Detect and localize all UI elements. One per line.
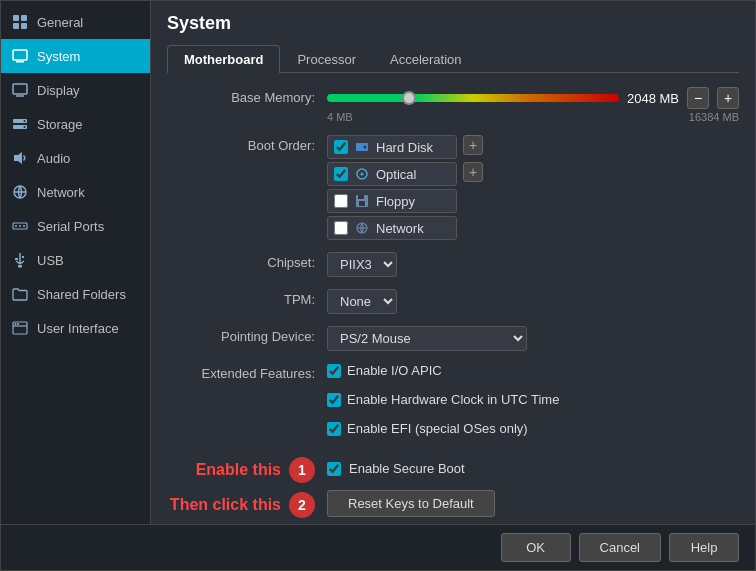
svg-point-10 [24,120,26,122]
svg-rect-1 [21,15,27,21]
sidebar-item-usb[interactable]: USB [1,243,150,277]
feature-hwclock-label: Enable Hardware Clock in UTC Time [347,392,559,407]
sidebar-item-network-label: Network [37,185,85,200]
sidebar-item-general-label: General [37,15,83,30]
sidebar-item-user-interface[interactable]: User Interface [1,311,150,345]
chipset-row: Chipset: PIIX3 ICH9 [167,252,739,277]
cancel-button[interactable]: Cancel [579,533,661,562]
svg-point-24 [15,323,17,325]
tpm-row: TPM: None v1.2 v2.0 [167,289,739,314]
sidebar-item-shared-folders[interactable]: Shared Folders [1,277,150,311]
chipset-control: PIIX3 ICH9 [327,252,739,277]
boot-item-floppy: Floppy [327,189,457,213]
tpm-control: None v1.2 v2.0 [327,289,739,314]
svg-rect-20 [15,258,18,260]
svg-rect-3 [21,23,27,29]
memory-slider-container: 2048 MB − + 4 MB 16384 MB [327,87,739,123]
tab-acceleration[interactable]: Acceleration [373,45,479,73]
memory-increase-button[interactable]: + [717,87,739,109]
tab-processor[interactable]: Processor [280,45,373,73]
sidebar-item-general[interactable]: General [1,5,150,39]
tab-bar: Motherboard Processor Acceleration [167,44,739,73]
sidebar-item-display-label: Display [37,83,80,98]
svg-rect-6 [13,84,27,94]
memory-decrease-button[interactable]: − [687,87,709,109]
boot-checkbox-harddisk[interactable] [334,140,348,154]
svg-rect-32 [359,201,365,206]
feature-ioapic-checkbox[interactable] [327,364,341,378]
extended-features-row: Extended Features: Enable I/O APIC Enabl… [167,363,739,442]
svg-point-11 [24,126,26,128]
sidebar-item-network[interactable]: Network [1,175,150,209]
storage-icon [11,115,29,133]
memory-slider-thumb[interactable] [402,91,416,105]
display-icon [11,81,29,99]
chipset-label: Chipset: [167,252,327,270]
svg-point-16 [15,225,17,227]
bottom-bar: OK Cancel Help [1,524,755,570]
annotation-badge-1: 1 [289,457,315,483]
pointing-device-select[interactable]: PS/2 Mouse USB Tablet USB Multi-Touch Ta… [327,326,527,351]
feature-ioapic-row: Enable I/O APIC [327,363,442,378]
reset-keys-button[interactable]: Reset Keys to Default [327,490,495,517]
boot-label-harddisk: Hard Disk [376,140,433,155]
memory-value: 2048 MB [627,91,679,106]
general-icon [11,13,29,31]
svg-rect-19 [18,265,22,268]
sidebar: General System Display Storage [1,1,151,524]
chipset-select[interactable]: PIIX3 ICH9 [327,252,397,277]
sidebar-item-serial-ports[interactable]: Serial Ports [1,209,150,243]
memory-min-label: 4 MB [327,111,353,123]
sidebar-item-storage[interactable]: Storage [1,107,150,141]
tab-motherboard[interactable]: Motherboard [167,45,280,73]
svg-rect-5 [16,61,24,63]
secure-boot-control: Enable Secure Boot [327,461,739,476]
sidebar-item-system[interactable]: System [1,39,150,73]
boot-label-floppy: Floppy [376,194,415,209]
boot-add-harddisk[interactable]: + [463,135,483,155]
secure-boot-checkbox[interactable] [327,462,341,476]
feature-hwclock-row: Enable Hardware Clock in UTC Time [327,392,559,407]
sidebar-item-usb-label: USB [37,253,64,268]
tpm-select[interactable]: None v1.2 v2.0 [327,289,397,314]
svg-point-18 [23,225,25,227]
annotation-enable-text: Enable this [196,461,281,479]
boot-checkbox-network[interactable] [334,221,348,235]
svg-point-29 [361,173,364,176]
feature-efi-row: Enable EFI (special OSes only) [327,421,528,436]
tpm-label: TPM: [167,289,327,307]
reset-keys-row: Then click this 2 Reset Keys to Default [167,489,739,518]
boot-checkbox-floppy[interactable] [334,194,348,208]
boot-order-row: Boot Order: Hard Disk + [167,135,739,240]
sidebar-item-storage-label: Storage [37,117,83,132]
audio-icon [11,149,29,167]
svg-marker-12 [14,152,22,164]
feature-hwclock-checkbox[interactable] [327,393,341,407]
sidebar-item-audio[interactable]: Audio [1,141,150,175]
help-button[interactable]: Help [669,533,739,562]
svg-rect-21 [22,256,24,258]
pointing-device-label: Pointing Device: [167,326,327,344]
boot-order-label: Boot Order: [167,135,327,153]
svg-rect-4 [13,50,27,60]
memory-slider-track[interactable] [327,94,619,102]
base-memory-control: 2048 MB − + 4 MB 16384 MB [327,87,739,123]
sidebar-item-serial-ports-label: Serial Ports [37,219,104,234]
extended-features-label: Extended Features: [167,363,327,381]
reset-keys-annotation-label: Then click this 2 [167,489,327,518]
feature-efi-checkbox[interactable] [327,422,341,436]
svg-rect-2 [13,23,19,29]
ok-button[interactable]: OK [501,533,571,562]
app-window: General System Display Storage [0,0,756,571]
boot-item-network: Network [327,216,457,240]
sidebar-item-shared-folders-label: Shared Folders [37,287,126,302]
sidebar-item-display[interactable]: Display [1,73,150,107]
boot-item-optical: Optical [327,162,457,186]
boot-add-optical[interactable]: + [463,162,483,182]
usb-icon [11,251,29,269]
boot-order-control: Hard Disk + Optical [327,135,739,240]
sidebar-item-audio-label: Audio [37,151,70,166]
secure-boot-empty-label: Enable this 1 [167,454,327,483]
memory-slider-labels: 4 MB 16384 MB [327,111,739,123]
boot-checkbox-optical[interactable] [334,167,348,181]
